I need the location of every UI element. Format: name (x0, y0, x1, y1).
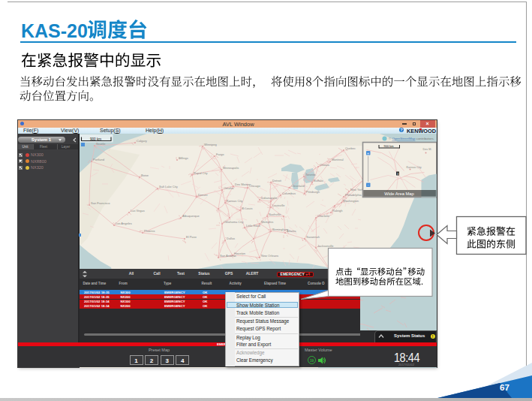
svg-text:Indianapolis: Indianapolis (261, 195, 277, 199)
svg-text:San Antonio: San Antonio (220, 253, 236, 257)
svg-text:Louisville: Louisville (272, 203, 285, 207)
svg-text:Calgary: Calgary (137, 138, 147, 142)
svg-text:Los Angeles: Los Angeles (116, 221, 132, 225)
svg-text:Des Moines: Des Moines (235, 182, 251, 185)
svg-text:Philadelphia: Philadelphia (345, 192, 362, 196)
svg-text:Nashville: Nashville (269, 212, 281, 216)
svg-text:Salt Lake City: Salt Lake City (159, 184, 178, 188)
svg-text:Minneapolis: Minneapolis (223, 165, 239, 169)
svg-text:© OpenStreetMap contributors.: © OpenStreetMap contributors. (389, 137, 434, 140)
svg-text:Denver: Denver (198, 192, 209, 196)
svg-text:Portland: Portland (93, 157, 104, 161)
svg-text:Detroit: Detroit (272, 178, 282, 182)
svg-text:Phoenix: Phoenix (144, 228, 155, 232)
svg-text:Wide Area Map: Wide Area Map (384, 191, 414, 195)
svg-text:Birmingham: Birmingham (272, 227, 289, 231)
svg-text:Montreal: Montreal (332, 157, 344, 161)
svg-text:Omaha: Omaha (224, 185, 234, 189)
svg-text:900 km: 900 km (90, 137, 101, 140)
svg-text:Quebec: Quebec (345, 146, 356, 149)
svg-text:St Louis: St Louis (242, 206, 252, 210)
svg-text:Fargo: Fargo (216, 152, 224, 155)
svg-text:Memphis: Memphis (261, 219, 273, 223)
svg-text:Columbus: Columbus (282, 191, 296, 194)
svg-text:New Orleans: New Orleans (261, 253, 278, 257)
svg-text:Charlotte: Charlotte (317, 213, 330, 217)
svg-text:Toronto: Toronto (305, 172, 316, 176)
svg-text:Kansas City: Kansas City (406, 165, 421, 168)
svg-text:Dallas: Dallas (227, 236, 235, 240)
svg-text:Chicago: Chicago (249, 183, 260, 187)
svg-text:New York: New York (350, 187, 363, 191)
svg-text:Winnipeg: Winnipeg (204, 142, 217, 146)
svg-text:Rapid City: Rapid City (194, 170, 207, 174)
svg-text:Boise: Boise (141, 173, 149, 176)
svg-text:Billings: Billings (179, 155, 188, 159)
svg-text:Des M.: Des M. (422, 147, 431, 150)
svg-text:Pittsburgh: Pittsburgh (306, 189, 320, 193)
svg-text:Oklahoma City: Oklahoma City (224, 219, 243, 223)
svg-text:El Paso: El Paso (186, 234, 197, 238)
svg-text:67: 67 (500, 383, 509, 392)
svg-text:Buffalo: Buffalo (314, 178, 323, 182)
svg-text:+: + (367, 150, 369, 155)
svg-text:Albuquerque: Albuquerque (182, 213, 200, 217)
svg-text:Las Vegas: Las Vegas (131, 208, 145, 212)
svg-text:Raleigh: Raleigh (332, 208, 343, 212)
svg-text:Little Rock: Little Rock (246, 223, 260, 227)
svg-text:Washington: Washington (343, 198, 359, 202)
svg-text:Kansas City: Kansas City (227, 198, 242, 202)
svg-text:KAS-20: KAS-20 (21, 20, 88, 41)
svg-text:Savannah: Savannah (306, 234, 320, 238)
svg-text:San Francisco: San Francisco (91, 200, 110, 204)
svg-text:Ottawa: Ottawa (320, 162, 329, 166)
svg-text:900 km: 900 km (383, 144, 394, 148)
svg-text:Cleveland: Cleveland (291, 183, 305, 187)
